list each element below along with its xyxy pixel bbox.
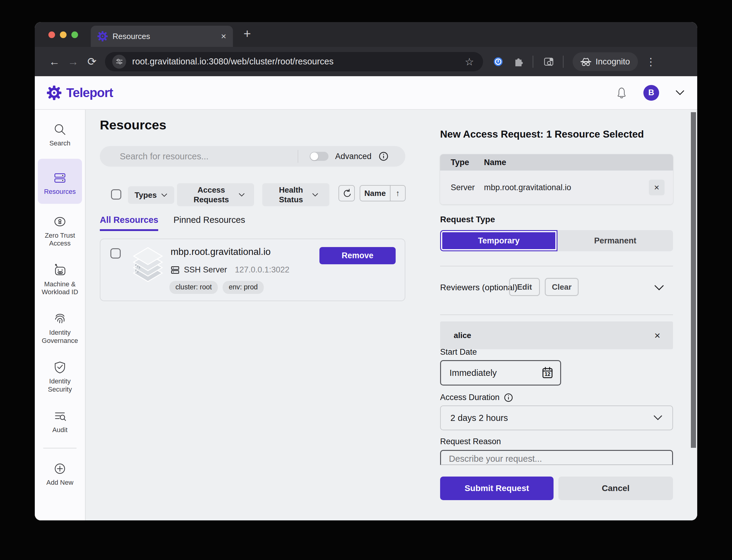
request-type-segmented: Temporary Permanent xyxy=(440,230,673,251)
access-requests-filter-button[interactable]: Access Requests xyxy=(177,183,254,206)
resources-icon xyxy=(53,171,67,185)
search-input[interactable] xyxy=(100,151,293,161)
chevron-down-icon xyxy=(653,415,663,421)
server-stack-illustration xyxy=(131,245,165,285)
advanced-toggle[interactable] xyxy=(310,152,328,161)
extensions-button[interactable] xyxy=(513,56,524,68)
site-settings-button[interactable] xyxy=(112,55,126,69)
onepassword-extension-icon xyxy=(493,57,503,67)
sidebar-item-resources[interactable]: Resources xyxy=(38,159,82,203)
maximize-window-button[interactable] xyxy=(71,31,78,38)
access-request-heading: New Access Request: 1 Resource Selected xyxy=(440,129,644,140)
cancel-button[interactable]: Cancel xyxy=(558,477,673,500)
sidebar-item-audit[interactable]: Audit xyxy=(38,405,82,439)
side-panel-search-icon xyxy=(544,57,554,67)
incognito-icon xyxy=(581,57,591,66)
request-reason-textarea[interactable] xyxy=(440,450,673,465)
access-duration-select[interactable]: 2 days 2 hours xyxy=(440,405,673,430)
sidebar-divider xyxy=(43,448,76,448)
sidebar-item-search[interactable]: Search xyxy=(38,118,82,152)
clear-reviewers-button[interactable]: Clear xyxy=(545,278,579,296)
refresh-button[interactable] xyxy=(338,185,355,201)
collapse-chevron-icon[interactable] xyxy=(654,285,665,291)
extensions-puzzle-icon xyxy=(513,56,524,68)
table-header: Type Name xyxy=(440,154,673,171)
tag-env[interactable]: env: prod xyxy=(223,281,264,294)
fingerprint-icon xyxy=(53,312,67,326)
sidebar: Search Resources Zero Trust Access Machi… xyxy=(35,110,86,520)
sort-button[interactable]: Name ↑ xyxy=(359,185,406,201)
bookmark-star-icon[interactable]: ☆ xyxy=(463,56,476,68)
column-type: Type xyxy=(440,158,484,167)
new-tab-button[interactable]: + xyxy=(243,28,251,40)
advanced-info-icon[interactable] xyxy=(379,151,389,161)
row-name: mbp.root.gravitational.io xyxy=(484,183,571,192)
close-window-button[interactable] xyxy=(48,31,55,38)
sidebar-item-machine-workload-id[interactable]: Machine & Workload ID xyxy=(38,259,82,301)
page-title: Resources xyxy=(100,118,166,132)
refresh-icon xyxy=(341,188,352,198)
health-status-filter-button[interactable]: Health Status xyxy=(262,183,329,206)
minimize-window-button[interactable] xyxy=(60,31,67,38)
user-menu-chevron-icon[interactable] xyxy=(675,90,685,96)
resource-kind: SSH Server xyxy=(184,265,227,275)
side-panel-button[interactable] xyxy=(544,57,554,67)
onepassword-extension-button[interactable] xyxy=(493,57,503,67)
chevron-down-icon xyxy=(238,193,245,197)
edit-reviewers-button[interactable]: Edit xyxy=(509,278,540,296)
url-text: root.gravitational.io:3080/web/cluster/r… xyxy=(132,57,463,67)
reviewer-name: alice xyxy=(454,331,654,340)
incognito-label: Incognito xyxy=(596,57,630,67)
resource-search-bar: Advanced xyxy=(100,146,405,167)
permanent-option[interactable]: Permanent xyxy=(558,230,673,251)
filter-row: Types Access Requests Health Status Name xyxy=(86,183,406,207)
teleport-logo[interactable]: Teleport xyxy=(47,86,113,100)
resource-tags: cluster: root env: prod xyxy=(169,281,264,294)
duration-info-icon[interactable] xyxy=(504,393,513,402)
tab-all-resources[interactable]: All Resources xyxy=(100,215,158,231)
row-type: Server xyxy=(440,183,484,192)
search-divider xyxy=(298,150,298,163)
remove-button[interactable]: Remove xyxy=(319,247,396,264)
access-request-panel: New Access Request: 1 Resource Selected … xyxy=(440,110,673,520)
sidebar-item-add-new[interactable]: Add New xyxy=(38,457,82,491)
sidebar-item-identity-governance[interactable]: Identity Governance xyxy=(38,308,82,350)
address-bar[interactable]: root.gravitational.io:3080/web/cluster/r… xyxy=(105,52,483,71)
tag-cluster[interactable]: cluster: root xyxy=(169,281,218,294)
user-avatar[interactable]: B xyxy=(643,85,659,101)
browser-window: Resources × + ← → ⟳ root.gravitational.i… xyxy=(35,22,697,520)
forward-button[interactable]: → xyxy=(64,55,83,68)
search-icon xyxy=(53,122,67,136)
vertical-scrollbar[interactable] xyxy=(691,112,696,448)
select-all-checkbox[interactable] xyxy=(111,189,121,200)
resource-meta: SSH Server 127.0.0.1:3022 xyxy=(171,265,289,275)
section-divider xyxy=(440,314,673,315)
column-name: Name xyxy=(484,158,506,167)
resource-checkbox[interactable] xyxy=(110,248,121,259)
advanced-label: Advanced xyxy=(335,152,372,161)
reload-button[interactable]: ⟳ xyxy=(83,55,101,68)
toolbar-divider xyxy=(563,56,564,68)
sidebar-item-zero-trust-access[interactable]: Zero Trust Access xyxy=(38,210,82,252)
browser-toolbar: ← → ⟳ root.gravitational.io:3080/web/clu… xyxy=(35,47,697,76)
browser-menu-button[interactable]: ⋮ xyxy=(646,56,656,68)
submit-request-button[interactable]: Submit Request xyxy=(440,477,554,500)
remove-resource-button[interactable]: × xyxy=(649,180,665,195)
temporary-option[interactable]: Temporary xyxy=(440,230,558,251)
resource-address: 127.0.0.1:3022 xyxy=(235,265,289,275)
section-divider xyxy=(440,266,673,266)
machine-id-icon xyxy=(53,263,67,277)
types-filter-button[interactable]: Types xyxy=(128,186,174,204)
resource-card[interactable]: mbp.root.gravitational.io SSH Server 127… xyxy=(100,239,405,301)
zero-trust-icon xyxy=(53,215,67,229)
notification-bell-icon[interactable] xyxy=(616,86,628,99)
selected-resources-table: Type Name Server mbp.root.gravitational.… xyxy=(440,154,673,204)
tab-pinned-resources[interactable]: Pinned Resources xyxy=(173,215,245,231)
reviewers-label: Reviewers (optional) xyxy=(440,283,517,292)
start-date-input[interactable]: Immediately xyxy=(440,360,561,386)
sidebar-item-identity-security[interactable]: Identity Security xyxy=(38,356,82,398)
browser-tab[interactable]: Resources × xyxy=(91,26,233,47)
remove-reviewer-icon[interactable]: × xyxy=(654,330,660,341)
back-button[interactable]: ← xyxy=(45,55,64,68)
close-tab-icon[interactable]: × xyxy=(221,31,226,41)
